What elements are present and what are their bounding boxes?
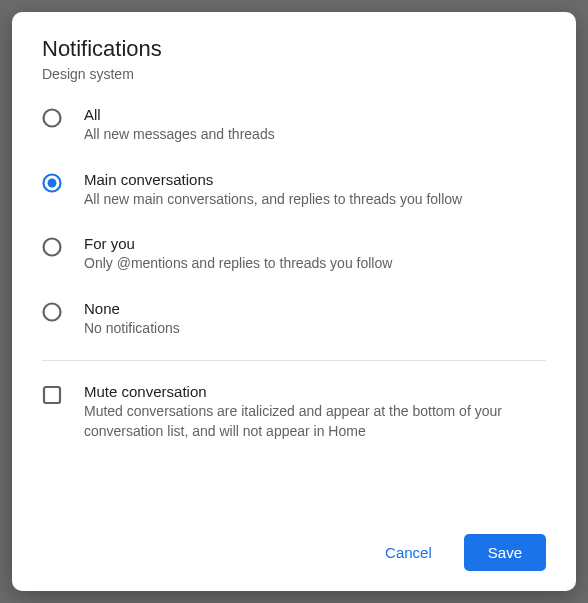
option-text: All All new messages and threads <box>84 106 275 145</box>
option-text: Main conversations All new main conversa… <box>84 171 462 210</box>
option-desc: All new messages and threads <box>84 125 275 145</box>
radio-group: All All new messages and threads Main co… <box>42 106 546 360</box>
svg-point-0 <box>44 110 61 127</box>
dialog-actions: Cancel Save <box>42 534 546 571</box>
option-label: For you <box>84 235 392 252</box>
option-desc: All new main conversations, and replies … <box>84 190 462 210</box>
save-button[interactable]: Save <box>464 534 546 571</box>
mute-label: Mute conversation <box>84 383 546 400</box>
mute-conversation-checkbox[interactable]: Mute conversation Muted conversations ar… <box>42 383 546 441</box>
option-desc: No notifications <box>84 319 180 339</box>
option-desc: Only @mentions and replies to threads yo… <box>84 254 392 274</box>
option-label: All <box>84 106 275 123</box>
mute-text: Mute conversation Muted conversations ar… <box>84 383 546 441</box>
svg-point-4 <box>44 303 61 320</box>
svg-rect-5 <box>44 387 60 403</box>
option-label: Main conversations <box>84 171 462 188</box>
svg-point-3 <box>44 239 61 256</box>
option-none[interactable]: None No notifications <box>42 300 546 339</box>
mute-desc: Muted conversations are italicized and a… <box>84 402 546 441</box>
radio-unchecked-icon <box>42 237 62 257</box>
svg-point-2 <box>48 178 57 187</box>
dialog-subtitle: Design system <box>42 66 546 82</box>
option-all[interactable]: All All new messages and threads <box>42 106 546 145</box>
option-label: None <box>84 300 180 317</box>
cancel-button[interactable]: Cancel <box>371 534 446 571</box>
divider <box>42 360 546 361</box>
radio-unchecked-icon <box>42 108 62 128</box>
radio-checked-icon <box>42 173 62 193</box>
option-text: None No notifications <box>84 300 180 339</box>
dialog-title: Notifications <box>42 36 546 62</box>
option-for-you[interactable]: For you Only @mentions and replies to th… <box>42 235 546 274</box>
option-text: For you Only @mentions and replies to th… <box>84 235 392 274</box>
radio-unchecked-icon <box>42 302 62 322</box>
checkbox-unchecked-icon <box>42 385 62 405</box>
option-main-conversations[interactable]: Main conversations All new main conversa… <box>42 171 546 210</box>
notifications-dialog: Notifications Design system All All new … <box>12 12 576 591</box>
